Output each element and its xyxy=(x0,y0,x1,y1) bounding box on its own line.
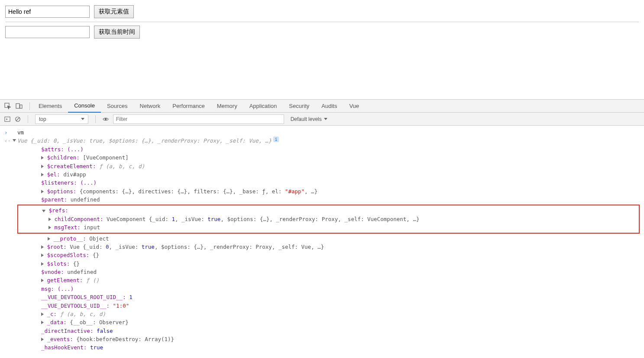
tab-security[interactable]: Security xyxy=(283,100,315,113)
log-levels-select[interactable]: Default levels xyxy=(288,116,327,122)
expand-toggle-icon[interactable] xyxy=(41,245,44,249)
prop-hashookevent[interactable]: _hasHookEvent: xyxy=(41,344,87,351)
tab-elements[interactable]: Elements xyxy=(32,100,68,113)
console-toolbar: top Default levels xyxy=(0,113,644,126)
expand-toggle-icon[interactable] xyxy=(41,190,44,193)
sidebar-toggle-icon[interactable] xyxy=(4,116,10,122)
tab-memory[interactable]: Memory xyxy=(211,100,243,113)
expand-toggle-icon[interactable] xyxy=(41,312,44,316)
prop-msg[interactable]: msg: (...) xyxy=(41,286,74,292)
prop-attrs[interactable]: $attrs: (...) xyxy=(41,146,84,153)
prop-proto[interactable]: __proto__: xyxy=(54,235,86,242)
console-output: › vm ‹· Vue {_uid: 0, _isVue: true, $opt… xyxy=(0,126,644,355)
expand-toggle-icon[interactable] xyxy=(49,226,51,229)
prop-directinactive[interactable]: _directInactive: xyxy=(41,328,93,334)
levels-label: Default levels xyxy=(291,116,322,122)
expand-toggle-icon[interactable] xyxy=(41,279,44,282)
svg-rect-1 xyxy=(16,104,19,108)
prop-el[interactable]: $el: xyxy=(47,171,60,178)
prop-data[interactable]: _data: xyxy=(47,319,67,325)
tab-network[interactable]: Network xyxy=(134,100,167,113)
prop-c[interactable]: _c: xyxy=(47,311,57,317)
expand-toggle-icon[interactable] xyxy=(41,338,44,341)
prop-parent[interactable]: $parent: xyxy=(41,196,67,203)
prop-vnode[interactable]: $vnode: xyxy=(41,269,64,275)
prop-devtools-uid[interactable]: __VUE_DEVTOOLS_UID__: xyxy=(41,303,110,309)
info-icon[interactable]: i xyxy=(273,137,279,142)
prop-getelement[interactable]: getElement: xyxy=(47,277,83,283)
tab-vue[interactable]: Vue xyxy=(343,100,365,113)
expand-toggle-icon[interactable] xyxy=(41,156,44,159)
prop-refs[interactable]: $refs: xyxy=(49,207,68,214)
console-input-line[interactable]: › vm xyxy=(4,128,640,137)
refs-highlight-box: $refs: childComponent: VueComponent {_ui… xyxy=(17,205,640,233)
prop-children[interactable]: $children: xyxy=(47,154,80,161)
console-input-text: vm xyxy=(17,128,24,137)
object-summary[interactable]: Vue {_uid: 0, _isVue: true, $options: {…… xyxy=(17,137,272,145)
expand-toggle-icon[interactable] xyxy=(48,237,50,241)
prop-msgtext[interactable]: msgText: xyxy=(55,224,81,231)
separator xyxy=(5,22,639,22)
tab-audits[interactable]: Audits xyxy=(315,100,343,113)
expand-toggle-icon[interactable] xyxy=(13,139,16,142)
devtools-tabs: Elements Console Sources Network Perform… xyxy=(0,100,644,113)
device-toolbar-icon[interactable] xyxy=(16,103,23,110)
divider xyxy=(29,102,30,110)
prop-slots[interactable]: $slots: xyxy=(47,260,70,267)
caret-down-icon xyxy=(324,118,327,120)
expand-toggle-icon[interactable] xyxy=(41,173,44,176)
caret-down-icon xyxy=(81,118,84,120)
prop-scopedslots[interactable]: $scopedSlots: xyxy=(47,252,90,258)
ref-input-1[interactable] xyxy=(5,6,90,18)
devtools-panel: Elements Console Sources Network Perform… xyxy=(0,99,644,355)
prop-listeners[interactable]: $listeners: (...) xyxy=(41,179,97,186)
prop-root[interactable]: $root: xyxy=(47,244,67,250)
tab-sources[interactable]: Sources xyxy=(101,100,134,113)
prop-devtools-rootuid[interactable]: __VUE_DEVTOOLS_ROOT_UID__: xyxy=(41,294,126,300)
expand-toggle-icon[interactable] xyxy=(41,321,44,324)
expand-toggle-icon[interactable] xyxy=(42,210,45,212)
prop-events[interactable]: _events: xyxy=(47,336,73,342)
divider xyxy=(28,115,28,123)
tab-application[interactable]: Application xyxy=(243,100,283,113)
get-current-time-button[interactable]: 获取当前时间 xyxy=(94,26,140,39)
filter-input[interactable] xyxy=(113,114,284,124)
prop-childcomponent[interactable]: childComponent: xyxy=(55,216,104,222)
tab-console[interactable]: Console xyxy=(68,100,101,113)
live-expression-icon[interactable] xyxy=(103,116,109,122)
execution-context-select[interactable]: top xyxy=(35,114,88,124)
expand-toggle-icon[interactable] xyxy=(41,254,44,257)
expand-toggle-icon[interactable] xyxy=(49,218,51,221)
execution-context-label: top xyxy=(39,116,46,122)
get-element-value-button[interactable]: 获取元素值 xyxy=(94,5,134,18)
expand-toggle-icon[interactable] xyxy=(41,165,44,168)
expand-toggle-icon[interactable] xyxy=(41,262,44,266)
tab-performance[interactable]: Performance xyxy=(166,100,210,113)
page-content: 获取元素值 获取当前时间 xyxy=(0,0,644,47)
prop-options[interactable]: $options: xyxy=(47,188,77,195)
divider xyxy=(95,115,96,123)
svg-rect-2 xyxy=(20,105,22,108)
clear-console-icon[interactable] xyxy=(15,116,21,122)
console-result-line: ‹· Vue {_uid: 0, _isVue: true, $options:… xyxy=(4,137,640,145)
ref-input-2[interactable] xyxy=(5,26,90,38)
svg-line-5 xyxy=(16,117,19,120)
svg-point-6 xyxy=(105,118,107,120)
prop-createelement[interactable]: $createElement: xyxy=(47,163,96,169)
inspect-icon[interactable] xyxy=(4,103,11,110)
